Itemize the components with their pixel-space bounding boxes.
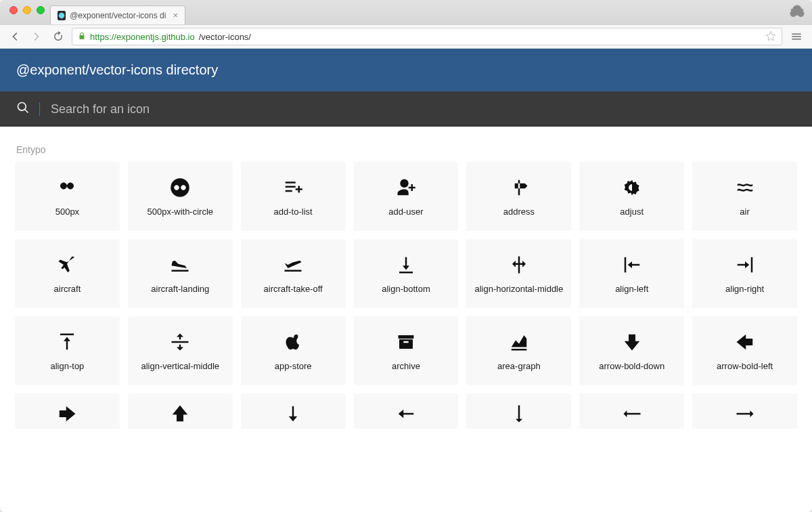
icon-label: arrow-bold-left (717, 361, 773, 372)
icon-card-area-graph[interactable]: area-graph (466, 316, 571, 385)
search-icon (16, 101, 30, 117)
arrow-bold-up-icon (170, 403, 190, 425)
icon-label: 500px (55, 207, 79, 217)
icon-label: aircraft (54, 284, 81, 295)
icon-card-arrow-bold-left[interactable]: arrow-bold-left (692, 316, 797, 385)
air-icon (735, 175, 755, 200)
icon-card-arrow-long-right[interactable]: arrow-long-right (692, 393, 797, 429)
archive-icon (396, 330, 416, 354)
nav-back-button[interactable] (7, 28, 23, 45)
icon-label: align-top (50, 361, 84, 372)
aircraft-take-off-icon (283, 253, 303, 277)
browser-menu-button[interactable] (788, 28, 805, 45)
search-input[interactable] (51, 102, 796, 116)
page-header: @exponent/vector-icons directory (0, 49, 812, 91)
page-title: @exponent/vector-icons directory (16, 62, 218, 77)
icon-card-arrow-left[interactable]: arrow-left (354, 393, 459, 429)
window-close-button[interactable] (9, 6, 18, 14)
window-controls[interactable] (7, 0, 50, 24)
icon-label: add-to-list (274, 207, 313, 217)
url-path: /vector-icons/ (199, 32, 251, 42)
browser-window: @exponent/vector-icons di × https://exp (0, 0, 812, 512)
icon-card-500px-with-circle[interactable]: 500px-with-circle (128, 162, 233, 231)
icon-label: arrow-bold-down (599, 361, 664, 372)
icon-label: app-store (275, 361, 312, 372)
500px-with-circle-icon (170, 175, 190, 200)
browser-tab[interactable]: @exponent/vector-icons di × (50, 5, 185, 24)
search-bar (0, 91, 812, 127)
icon-label: align-horizontal-middle (474, 284, 563, 295)
icon-card-arrow-down[interactable]: arrow-down (241, 393, 346, 429)
icon-card-add-user[interactable]: add-user (354, 162, 459, 231)
icon-card-aircraft-take-off[interactable]: aircraft-take-off (241, 239, 346, 308)
icon-label: 500px-with-circle (148, 207, 214, 217)
toolbar: https://exponentjs.github.io/vector-icon… (0, 24, 812, 49)
lock-icon (78, 32, 86, 42)
arrow-bold-down-icon (622, 330, 642, 354)
icon-grid: 500px500px-with-circleadd-to-listadd-use… (15, 162, 797, 429)
icon-label: align-left (615, 284, 648, 295)
icon-label: aircraft-take-off (264, 284, 323, 295)
adjust-icon (622, 175, 642, 200)
arrow-bold-right-icon (57, 403, 77, 425)
icon-card-align-bottom[interactable]: align-bottom (354, 239, 459, 308)
icon-card-arrow-long-left[interactable]: arrow-long-left (579, 393, 684, 429)
app-store-icon (283, 330, 303, 354)
icon-label: align-bottom (382, 284, 430, 295)
arrow-bold-left-icon (735, 330, 755, 354)
icon-card-archive[interactable]: archive (354, 316, 459, 385)
tab-favicon-icon (58, 11, 66, 20)
align-horizontal-middle-icon (509, 253, 529, 277)
aircraft-icon (57, 253, 77, 277)
icon-label: area-graph (497, 361, 541, 372)
icon-label: air (740, 207, 749, 217)
page-content: @exponent/vector-icons directory Entypo … (0, 49, 812, 512)
icon-label: align-right (725, 284, 764, 295)
icon-card-aircraft-landing[interactable]: aircraft-landing (128, 239, 233, 308)
icon-label: archive (392, 361, 420, 372)
icon-body: Entypo 500px500px-with-circleadd-to-list… (0, 127, 812, 442)
icon-card-arrow-bold-right[interactable]: arrow-bold-right (15, 393, 120, 429)
nav-forward-button[interactable] (28, 28, 45, 45)
icon-card-app-store[interactable]: app-store (241, 316, 346, 385)
arrow-down-icon (283, 403, 303, 425)
arrow-left-icon (396, 403, 416, 425)
icon-card-arrow-bold-up[interactable]: arrow-bold-up (128, 393, 233, 429)
500px-icon (57, 175, 77, 200)
icon-card-align-horizontal-middle[interactable]: align-horizontal-middle (466, 239, 571, 308)
icon-card-air[interactable]: air (692, 162, 797, 231)
bookmark-star-icon[interactable] (765, 30, 776, 43)
icon-card-address[interactable]: address (466, 162, 571, 231)
tab-title: @exponent/vector-icons di (70, 11, 166, 20)
icon-card-align-left[interactable]: align-left (579, 239, 684, 308)
icon-card-arrow-long-down[interactable]: arrow-long-down (466, 393, 571, 429)
address-bar[interactable]: https://exponentjs.github.io/vector-icon… (72, 28, 782, 45)
icon-card-500px[interactable]: 500px (15, 162, 120, 231)
address-icon (509, 175, 529, 200)
window-zoom-button[interactable] (37, 6, 45, 14)
icon-card-align-right[interactable]: align-right (692, 239, 797, 308)
arrow-long-right-icon (735, 403, 755, 425)
icon-card-add-to-list[interactable]: add-to-list (241, 162, 346, 231)
url-secure-host: https://exponentjs.github.io (90, 32, 195, 42)
icon-label: add-user (388, 207, 423, 217)
align-vertical-middle-icon (170, 330, 190, 354)
icon-label: aircraft-landing (151, 284, 209, 295)
icon-card-adjust[interactable]: adjust (579, 162, 684, 231)
align-top-icon (57, 330, 77, 354)
icon-card-align-top[interactable]: align-top (15, 316, 120, 385)
text-cursor (39, 102, 40, 116)
nav-reload-button[interactable] (50, 28, 66, 45)
arrow-long-left-icon (622, 403, 642, 425)
tab-close-icon[interactable]: × (173, 10, 178, 20)
icon-card-align-vertical-middle[interactable]: align-vertical-middle (128, 316, 233, 385)
align-bottom-icon (396, 253, 416, 277)
icon-label: align-vertical-middle (141, 361, 219, 372)
arrow-long-down-icon (509, 403, 529, 425)
section-label: Entypo (16, 144, 797, 155)
icon-label: adjust (620, 207, 644, 217)
align-left-icon (622, 253, 642, 277)
icon-card-aircraft[interactable]: aircraft (15, 239, 120, 308)
window-minimize-button[interactable] (23, 6, 31, 14)
icon-card-arrow-bold-down[interactable]: arrow-bold-down (579, 316, 684, 385)
